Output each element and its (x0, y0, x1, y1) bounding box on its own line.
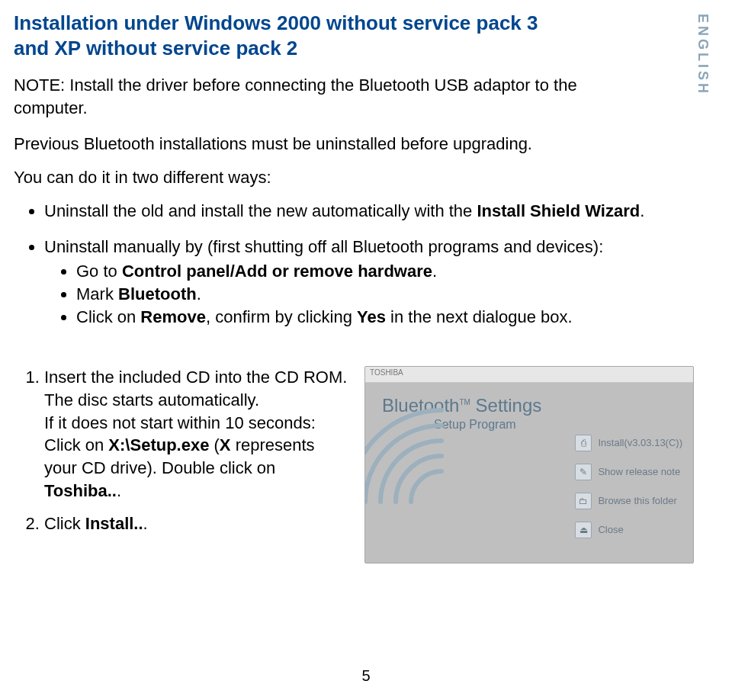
paragraph-two-ways: You can do it in two different ways: (14, 166, 601, 189)
note-text: NOTE: Install the driver before connecti… (14, 74, 601, 119)
install-icon: ⎙ (575, 435, 592, 451)
sub-bullet-control-panel: Go to Control panel/Add or remove hardwa… (76, 260, 694, 283)
sub-text-bold: Bluetooth (118, 284, 197, 303)
step-text: Double click on (162, 458, 275, 477)
bullet-text-end: . (640, 201, 644, 220)
sub-text-mid: , confirm by clicking (206, 307, 357, 326)
setup-menu-close[interactable]: ⏏ Close (575, 522, 682, 538)
setup-title-right: Settings (470, 395, 541, 416)
paragraph-previous-install: Previous Bluetooth installations must be… (14, 133, 601, 156)
setup-menu: ⎙ Install(v3.03.13(C)) ✎ Show release no… (575, 435, 682, 538)
sub-bullet-mark-bluetooth: Mark Bluetooth. (76, 283, 694, 306)
setup-title: BluetoothTM Settings (382, 395, 679, 416)
sub-text-pre: Go to (76, 262, 122, 281)
bullet-text: Uninstall manually by (first shutting of… (44, 237, 603, 256)
step-text: . (117, 481, 121, 500)
bullet-item-manual: Uninstall manually by (first shutting of… (44, 236, 694, 328)
setup-menu-browse[interactable]: 🗀 Browse this folder (575, 493, 682, 509)
sub-bullet-remove: Click on Remove, confirm by clicking Yes… (76, 306, 694, 329)
setup-menu-install[interactable]: ⎙ Install(v3.03.13(C)) (575, 435, 682, 451)
step-bold: X (220, 435, 231, 454)
bullet-item-auto: Uninstall the old and install the new au… (44, 200, 694, 223)
folder-icon: 🗀 (575, 493, 592, 509)
bullet-list: Uninstall the old and install the new au… (14, 200, 694, 328)
sub-bullet-list: Go to Control panel/Add or remove hardwa… (44, 260, 694, 328)
step-text-post: . (143, 514, 148, 533)
step-text: Insert the included CD into the CD ROM. … (44, 368, 347, 409)
step-text: ( (214, 435, 220, 454)
bullet-bold: Install Shield Wizard (477, 201, 640, 220)
menu-label: Show release note (598, 467, 680, 477)
menu-label: Browse this folder (598, 496, 676, 506)
sub-text-post: . (197, 284, 201, 303)
step-bold: Install.. (85, 514, 143, 533)
setup-titlebar: TOSHIBA (365, 367, 693, 383)
section-heading: Installation under Windows 2000 without … (14, 11, 608, 60)
step-bold: X:\Setup.exe (108, 435, 209, 454)
note-icon: ✎ (575, 464, 592, 480)
sub-text-post: in the next dialogue box. (386, 307, 573, 326)
setup-title-left: Bluetooth (382, 395, 459, 416)
page-number: 5 (0, 667, 732, 685)
setup-dialog: TOSHIBA BluetoothTM Settings Setup Progr… (364, 366, 694, 564)
heading-line-2: and XP without service pack 2 (14, 37, 297, 59)
step-text-pre: Click (44, 514, 85, 533)
step-insert-cd: Insert the included CD into the CD ROM. … (44, 366, 349, 502)
sub-text-bold2: Yes (357, 307, 386, 326)
close-icon: ⏏ (575, 522, 592, 538)
setup-trademark: TM (459, 398, 470, 406)
setup-menu-release-note[interactable]: ✎ Show release note (575, 464, 682, 480)
sub-text-bold: Remove (140, 307, 206, 326)
bullet-text: Uninstall the old and install the new au… (44, 201, 477, 220)
setup-brand: TOSHIBA (370, 368, 403, 377)
ordered-steps: Insert the included CD into the CD ROM. … (14, 366, 349, 546)
menu-label: Install(v3.03.13(C)) (598, 438, 682, 448)
setup-subtitle: Setup Program (434, 418, 679, 432)
sub-text-post: . (432, 262, 437, 281)
step-click-install: Click Install... (44, 512, 349, 535)
step-bold: Toshiba.. (44, 481, 117, 500)
heading-line-1: Installation under Windows 2000 without … (14, 11, 538, 34)
sub-text-bold: Control panel/Add or remove hardware (122, 262, 432, 281)
language-side-label: ENGLISH (695, 14, 711, 96)
sub-text-pre: Click on (76, 307, 140, 326)
sub-text-pre: Mark (76, 284, 118, 303)
menu-label: Close (598, 525, 623, 535)
